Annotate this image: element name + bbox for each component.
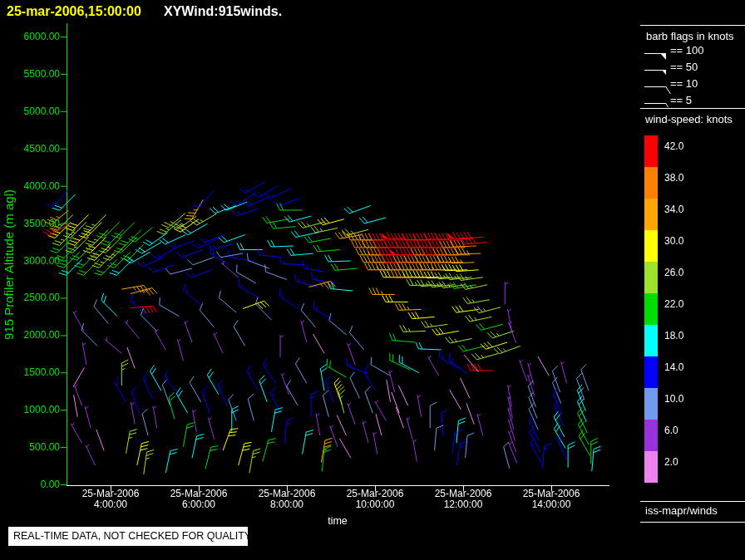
- quality-notice-box: REAL-TIME DATA, NOT CHECKED FOR QUALITY: [8, 527, 248, 546]
- colorbar-title: wind-speed: knots: [645, 113, 733, 125]
- y-tick-label: 3000.00: [0, 255, 60, 267]
- colorbar-tick-label: 2.0: [664, 456, 678, 468]
- colorbar-tick-label: 38.0: [664, 172, 683, 184]
- y-tick-label: 4500.00: [0, 143, 60, 155]
- y-tick-label: 4000.00: [0, 180, 60, 192]
- x-tick-text: 8:00:00: [245, 499, 328, 510]
- plot-timestamp: 25-mar-2006,15:00:00: [7, 4, 141, 19]
- quality-notice-text: REAL-TIME DATA, NOT CHECKED FOR QUALITY: [8, 527, 248, 546]
- colorbar-tick-label: 34.0: [664, 204, 683, 215]
- x-tick-text: 12:00:00: [422, 499, 505, 510]
- barb-flag-legend-label: == 5: [670, 94, 692, 106]
- colorbar-tick-label: 6.0: [664, 425, 678, 436]
- colorbar-tick-label: 30.0: [664, 235, 683, 247]
- wind-profile-plot-canvas: [0, 0, 745, 560]
- colorbar-tick-label: 14.0: [664, 361, 683, 373]
- colorbar-tick-label: 26.0: [664, 267, 683, 278]
- y-tick-label: 3500.00: [0, 218, 60, 229]
- y-tick-label: 1000.00: [0, 404, 60, 415]
- y-tick-label: 5000.00: [0, 106, 60, 117]
- x-tick-text: 10:00:00: [333, 499, 417, 510]
- y-tick-label: 500.00: [0, 441, 60, 453]
- barb-flag-legend-label: == 50: [670, 61, 698, 73]
- barb-flag-legend-label: == 100: [670, 44, 704, 56]
- xywind-profiler-window: 25-mar-2006,15:00:00 XYWind:915winds. 91…: [0, 0, 745, 560]
- y-tick-label: 5500.00: [0, 68, 60, 80]
- x-tick-label: 25-Mar-20066:00:00: [157, 489, 240, 510]
- data-source-label: iss-mapr/winds: [645, 504, 718, 517]
- x-tick-text: 6:00:00: [157, 499, 240, 510]
- x-tick-text: 4:00:00: [69, 499, 152, 510]
- colorbar-tick-label: 18.0: [664, 330, 683, 341]
- x-tick-label: 25-Mar-200614:00:00: [510, 489, 593, 510]
- colorbar-tick-label: 22.0: [664, 298, 683, 310]
- x-tick-label: 25-Mar-20068:00:00: [245, 489, 328, 510]
- barb-flags-legend-title: barb flags in knots: [646, 30, 734, 42]
- y-tick-label: 1500.00: [0, 366, 60, 378]
- x-tick-label: 25-Mar-20064:00:00: [69, 489, 152, 510]
- y-tick-label: 2000.00: [0, 329, 60, 341]
- barb-flag-legend-label: == 10: [670, 77, 698, 90]
- y-tick-label: 2500.00: [0, 292, 60, 303]
- colorbar-tick-label: 42.0: [664, 140, 683, 152]
- x-axis-title: time: [313, 515, 363, 527]
- page-title: XYWind:915winds.: [164, 4, 282, 19]
- x-tick-label: 25-Mar-200610:00:00: [333, 489, 417, 510]
- y-tick-label: 0.00: [0, 479, 60, 490]
- x-tick-label: 25-Mar-200612:00:00: [422, 489, 505, 510]
- y-tick-label: 6000.00: [0, 31, 60, 42]
- x-tick-text: 14:00:00: [510, 499, 593, 510]
- colorbar-tick-label: 10.0: [664, 393, 683, 405]
